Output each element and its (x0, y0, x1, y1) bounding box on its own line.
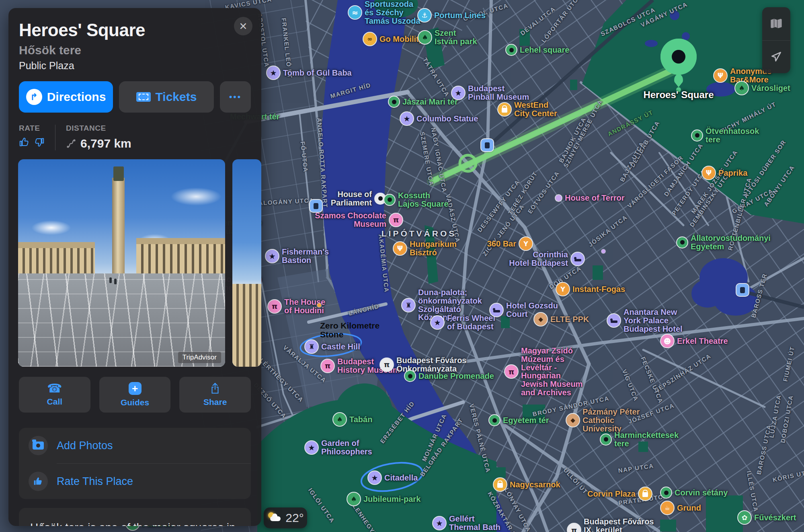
map-poi[interactable]: Danube Promenade (405, 371, 494, 381)
ticket-icon (136, 92, 151, 102)
poi-gdot-icon (389, 97, 399, 107)
street-label: DOBOZI UTCA (779, 394, 794, 444)
place-photo-next[interactable] (232, 159, 261, 367)
share-button[interactable]: Share (179, 377, 251, 413)
poi-star-icon: ★ (400, 112, 413, 125)
map-poi[interactable]: Kossuth Lajos Square (384, 191, 449, 208)
thumbs-up-icon[interactable] (19, 137, 30, 148)
more-actions-button[interactable]: ••• (220, 81, 251, 113)
map-poi[interactable]: ☻Erkel Theatre (661, 335, 728, 347)
map-poi[interactable]: Egyetem tér (489, 415, 549, 425)
map-poi[interactable]: ♠Szent István park (418, 29, 477, 46)
map-poi[interactable]: ★Ferris Wheel of Budapest (431, 314, 495, 331)
map-poi[interactable]: ⚓Portum Lines (418, 9, 486, 22)
map-poi[interactable]: Jászai Mari tér (389, 97, 458, 107)
poi-gdot-icon (489, 415, 500, 425)
stats-divider (55, 125, 55, 150)
map-poi[interactable]: Állatorvostudományi Egyetem (677, 234, 771, 251)
poi-gdot-icon (601, 434, 611, 445)
selected-place-map-label: Heroes' Square (643, 89, 714, 101)
map-poi[interactable]: Corinthia Hotel Budapest (509, 251, 584, 267)
poi-label: House of Parliament (331, 190, 372, 207)
map-poi[interactable]: Lehel square (506, 45, 569, 55)
close-icon: ✕ (239, 21, 248, 32)
map-poi[interactable]: ☕Grund (661, 501, 701, 514)
map-mode-button[interactable] (762, 7, 790, 40)
street-label: SZINYEI MERSE UTCA (562, 99, 604, 169)
navigation-arrow-icon (770, 50, 783, 63)
thumbs-down-icon[interactable] (34, 137, 45, 148)
map-poi[interactable]: ★Garden of Philosophers (305, 439, 372, 456)
map-poi[interactable]: ♠Városliget (735, 82, 790, 94)
street-label: IGLÓI UTCA (307, 487, 336, 524)
street-label: VERES PÁLNÉ UTCA (468, 403, 492, 474)
map-poi[interactable]: πBudapest Főváros IX. kerület Ferencváro… (568, 518, 654, 532)
map-poi[interactable] (481, 139, 493, 151)
directions-button[interactable]: ↱ Directions (19, 81, 113, 113)
map-poi[interactable] (601, 249, 605, 253)
map-poi[interactable]: YInstant-Fogas (556, 283, 625, 296)
map-poi[interactable]: Corvin sétány (661, 487, 728, 498)
map-poi[interactable] (310, 200, 322, 212)
map-poi[interactable]: Nagycsarnok (494, 478, 560, 491)
map-poi[interactable]: ◆Pázmány Péter Catholic University (566, 408, 640, 433)
share-icon (210, 382, 220, 394)
map-poi[interactable]: ♜Castle Hill (305, 340, 360, 353)
tickets-button[interactable]: Tickets (119, 81, 214, 113)
map-poi[interactable]: ★Fisherman's Bastion (266, 248, 329, 265)
poi-label: WestEnd City Center (514, 101, 557, 118)
close-button[interactable]: ✕ (234, 17, 252, 35)
map-poi[interactable]: Ötvenhatosok tere (692, 127, 759, 144)
map-poi[interactable]: ♠Jubileumi-park (347, 493, 420, 505)
map-poi[interactable]: ★Gellért Thermal Bath (433, 515, 500, 532)
call-button[interactable]: ☎ Call (19, 377, 90, 413)
map-poi[interactable]: ★Tomb of Gül Baba (267, 66, 352, 79)
map-poi[interactable]: ★Citadella (368, 471, 418, 484)
map-poi[interactable]: ♠Tabán (333, 413, 372, 426)
map-poi[interactable]: Corvin Plaza (587, 487, 652, 500)
poi-star-icon: ★ (305, 441, 318, 454)
poi-label: Grund (677, 504, 701, 512)
map-poi[interactable]: ΨHungarikum Bisztró (394, 240, 457, 257)
poi-beer-icon: ☕ (661, 501, 674, 514)
distance-value: 6,797 km (80, 137, 131, 150)
poi-building-icon: π (380, 358, 393, 371)
map-poi[interactable]: ΨPaprika (702, 166, 747, 179)
street-label: LUJZA UTCA (768, 394, 782, 438)
map-poi[interactable] (317, 303, 321, 307)
description-card[interactable]: Hősök tere is one of the major squares i… (19, 508, 251, 526)
selected-place-pin[interactable] (660, 38, 698, 94)
poi-label: Ferris Wheel of Budapest (447, 314, 495, 331)
poi-label: Hungarikum Bisztró (410, 240, 457, 257)
street-label: TÁTRA UTCA (421, 56, 451, 98)
guides-button[interactable]: + Guides (99, 377, 171, 413)
poi-ldot2-icon (601, 249, 605, 253)
map-poi[interactable]: πThe House of Houdini (268, 298, 325, 315)
map-poi[interactable]: House of Parliament (331, 190, 386, 207)
add-photos-row[interactable]: Add Photos (19, 428, 251, 463)
map-poi[interactable]: ✿Fűvészkert (738, 511, 796, 524)
map-poi[interactable]: Zero Kilometre Stone (320, 321, 379, 339)
map-poi[interactable]: WestEnd City Center (498, 101, 557, 118)
rate-this-place-row[interactable]: Rate This Place (19, 464, 251, 499)
rate-stat: RATE (19, 124, 45, 148)
map-poi[interactable]: Y360 Bar (487, 237, 532, 250)
map-poi[interactable]: ◆ELTE PPK (534, 313, 589, 326)
poi-gdot-icon (677, 237, 687, 248)
map-poi[interactable]: ★Budapest Pinball Museum (452, 84, 529, 101)
current-location-button[interactable] (762, 41, 790, 74)
map-poi[interactable]: ★Columbo Statue (400, 112, 478, 125)
weather-widget[interactable]: 22° (264, 507, 307, 528)
poi-gdot-icon (661, 487, 671, 498)
poi-gdot-icon (692, 130, 702, 141)
place-photo-main[interactable]: TripAdvisor (18, 159, 225, 367)
map-poi[interactable]: ≈Sportuszoda és Széchy Tamás Uszoda (349, 0, 420, 25)
map-poi[interactable]: πMagyar Zsidó Múzeum és Levéltár - Hunga… (505, 347, 582, 397)
map-poi[interactable] (736, 284, 749, 296)
map-poi[interactable]: πSzamos Chocolate Museum (315, 212, 402, 228)
map-poi[interactable]: Harminckettesek tere (601, 431, 679, 448)
map-poi[interactable]: House of Terror (556, 194, 625, 202)
map-poi[interactable]: Anantara New York Palace Budapest Hotel (607, 308, 683, 333)
map-poi[interactable]: ∞Go Mobility (363, 33, 423, 45)
map-poi[interactable]: LIPÓTVÁROS (381, 229, 457, 238)
